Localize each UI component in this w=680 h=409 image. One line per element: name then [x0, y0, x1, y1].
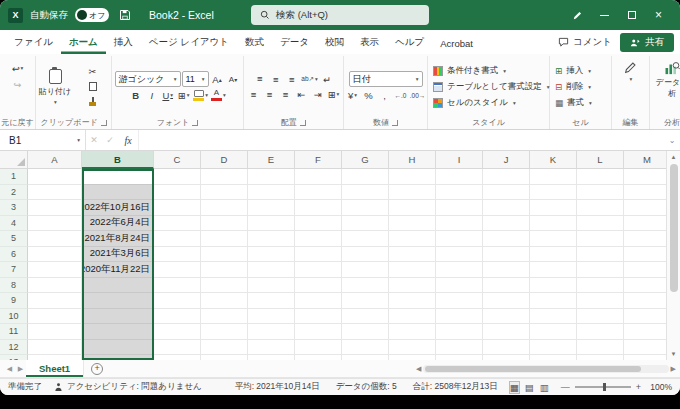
cell-K9[interactable] — [530, 293, 577, 309]
italic-button[interactable]: I — [144, 88, 159, 102]
ribbon-tab-7[interactable]: 表示 — [352, 32, 387, 54]
increase-indent-button[interactable]: ⇥ — [310, 87, 325, 101]
sheet-tab-sheet1[interactable]: Sheet1 — [26, 360, 84, 377]
cell-J13[interactable] — [483, 355, 530, 360]
cell-G10[interactable] — [342, 309, 389, 325]
cell-B13[interactable] — [82, 355, 154, 360]
cell-C3[interactable] — [154, 200, 201, 216]
cell-G5[interactable] — [342, 231, 389, 247]
column-header-J[interactable]: J — [483, 151, 530, 169]
cell-G13[interactable] — [342, 355, 389, 360]
cell-C4[interactable] — [154, 216, 201, 232]
cell-E12[interactable] — [248, 340, 295, 356]
cell-G9[interactable] — [342, 293, 389, 309]
cell-L2[interactable] — [577, 185, 624, 201]
cell-H9[interactable] — [389, 293, 436, 309]
cell-G1[interactable] — [342, 169, 389, 185]
cell-F3[interactable] — [295, 200, 342, 216]
scroll-up-icon[interactable]: ▲ — [671, 151, 677, 163]
cell-C8[interactable] — [154, 278, 201, 294]
format-cells-button[interactable]: ▦書式▾ — [551, 95, 610, 110]
cell-G11[interactable] — [342, 324, 389, 340]
cell-A6[interactable] — [28, 247, 82, 263]
cell-J12[interactable] — [483, 340, 530, 356]
cell-J3[interactable] — [483, 200, 530, 216]
cell-M4[interactable] — [624, 216, 666, 232]
cell-A8[interactable] — [28, 278, 82, 294]
cell-I5[interactable] — [436, 231, 483, 247]
cell-F8[interactable] — [295, 278, 342, 294]
comma-style-button[interactable]: , — [377, 88, 392, 102]
cell-J10[interactable] — [483, 309, 530, 325]
cell-B4[interactable]: 2022年6月4日 — [82, 216, 154, 232]
cell-K2[interactable] — [530, 185, 577, 201]
column-header-F[interactable]: F — [295, 151, 342, 169]
cell-H8[interactable] — [389, 278, 436, 294]
undo-button[interactable]: ↩▾ — [10, 61, 25, 75]
row-header-11[interactable]: 11 — [0, 324, 28, 340]
cell-A12[interactable] — [28, 340, 82, 356]
cell-K13[interactable] — [530, 355, 577, 360]
cell-I2[interactable] — [436, 185, 483, 201]
cell-D12[interactable] — [201, 340, 248, 356]
cell-J1[interactable] — [483, 169, 530, 185]
cell-L6[interactable] — [577, 247, 624, 263]
cell-F10[interactable] — [295, 309, 342, 325]
cell-J5[interactable] — [483, 231, 530, 247]
select-all-corner[interactable] — [0, 151, 28, 169]
cell-E9[interactable] — [248, 293, 295, 309]
cell-E6[interactable] — [248, 247, 295, 263]
wrap-text-button[interactable]: ↵ — [320, 72, 335, 86]
decrease-decimal-button[interactable]: .00→ — [409, 88, 426, 102]
cell-K8[interactable] — [530, 278, 577, 294]
paste-button[interactable]: 貼り付け ▾ — [37, 69, 73, 105]
zoom-level[interactable]: 100% — [646, 382, 672, 392]
column-header-D[interactable]: D — [201, 151, 248, 169]
cell-L12[interactable] — [577, 340, 624, 356]
cell-A11[interactable] — [28, 324, 82, 340]
cell-F9[interactable] — [295, 293, 342, 309]
cell-C10[interactable] — [154, 309, 201, 325]
align-center-button[interactable]: ≡ — [262, 87, 277, 101]
ribbon-tab-9[interactable]: Acrobat — [432, 34, 481, 54]
cell-F6[interactable] — [295, 247, 342, 263]
cell-M13[interactable] — [624, 355, 666, 360]
cell-A7[interactable] — [28, 262, 82, 278]
row-header-12[interactable]: 12 — [0, 340, 28, 356]
cell-M3[interactable] — [624, 200, 666, 216]
cell-H3[interactable] — [389, 200, 436, 216]
cell-C7[interactable] — [154, 262, 201, 278]
cell-I11[interactable] — [436, 324, 483, 340]
save-button[interactable] — [116, 0, 134, 30]
cell-L11[interactable] — [577, 324, 624, 340]
cell-D4[interactable] — [201, 216, 248, 232]
sheet-nav-left-icon[interactable]: ◀ — [4, 365, 15, 373]
cell-I3[interactable] — [436, 200, 483, 216]
row-header-10[interactable]: 10 — [0, 309, 28, 325]
cell-I8[interactable] — [436, 278, 483, 294]
copy-button[interactable] — [75, 80, 110, 94]
close-button[interactable]: × — [645, 0, 672, 30]
cell-E7[interactable] — [248, 262, 295, 278]
cell-C11[interactable] — [154, 324, 201, 340]
insert-function-button[interactable]: fx — [118, 135, 138, 146]
conditional-formatting-button[interactable]: 条件付き書式▾ — [429, 63, 548, 78]
cell-G8[interactable] — [342, 278, 389, 294]
cell-L10[interactable] — [577, 309, 624, 325]
percent-button[interactable]: % — [361, 88, 376, 102]
cell-F11[interactable] — [295, 324, 342, 340]
delete-cells-button[interactable]: ⊟削除▾ — [551, 79, 610, 94]
cell-I7[interactable] — [436, 262, 483, 278]
column-header-C[interactable]: C — [154, 151, 201, 169]
search-box[interactable]: 検索 (Alt+Q) — [251, 5, 429, 25]
cell-B5[interactable]: 2021年8月24日 — [82, 231, 154, 247]
cell-E1[interactable] — [248, 169, 295, 185]
cell-E3[interactable] — [248, 200, 295, 216]
cell-D13[interactable] — [201, 355, 248, 360]
cell-B7[interactable]: 2020年11月22日 — [82, 262, 154, 278]
cell-K12[interactable] — [530, 340, 577, 356]
cancel-icon[interactable]: ✕ — [86, 135, 102, 145]
ribbon-tab-2[interactable]: 挿入 — [106, 32, 141, 54]
cell-B12[interactable] — [82, 340, 154, 356]
cell-A3[interactable] — [28, 200, 82, 216]
